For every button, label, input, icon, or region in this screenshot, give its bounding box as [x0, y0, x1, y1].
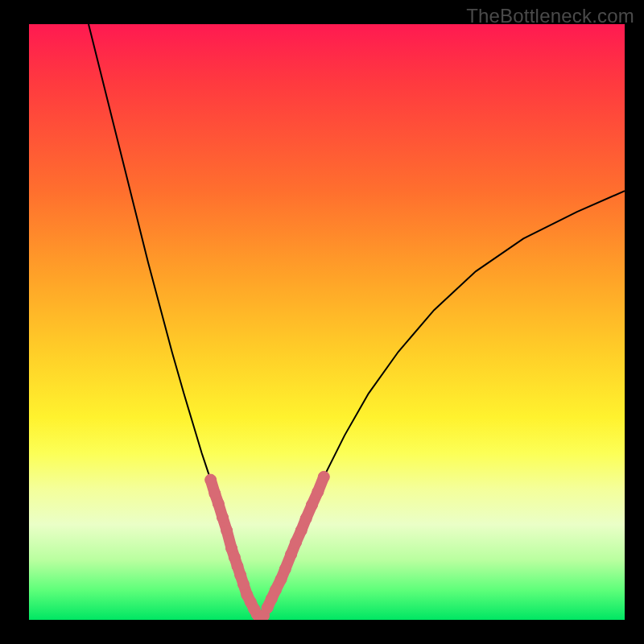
dot-right-dot — [286, 549, 297, 560]
dot-left-dot — [213, 498, 224, 510]
dot-right-dot — [291, 537, 302, 548]
curve-svg — [29, 24, 625, 620]
dot-right-dot — [318, 471, 329, 482]
dot-right-dot — [312, 486, 324, 497]
dot-left-dot — [205, 474, 217, 485]
dot-right-dot — [275, 574, 287, 585]
curve-group — [89, 24, 625, 618]
dot-right-dot — [300, 513, 312, 524]
dot-left-dot — [209, 488, 221, 499]
watermark-text: TheBottleneck.com — [466, 5, 634, 27]
curve-right_curve — [259, 191, 625, 618]
curve-left_curve — [89, 24, 259, 618]
dot-right-dot — [279, 564, 291, 575]
chart-frame: TheBottleneck.com — [0, 0, 644, 644]
dot-left-dot — [217, 512, 229, 523]
dot-right-dot — [270, 584, 281, 596]
dot-band-group — [205, 471, 330, 620]
dot-right-dot — [307, 499, 318, 510]
dot-left-dot — [221, 525, 233, 536]
dot-right-dot — [295, 525, 307, 536]
plot-area — [29, 24, 625, 620]
dot-left-dot — [237, 579, 249, 590]
